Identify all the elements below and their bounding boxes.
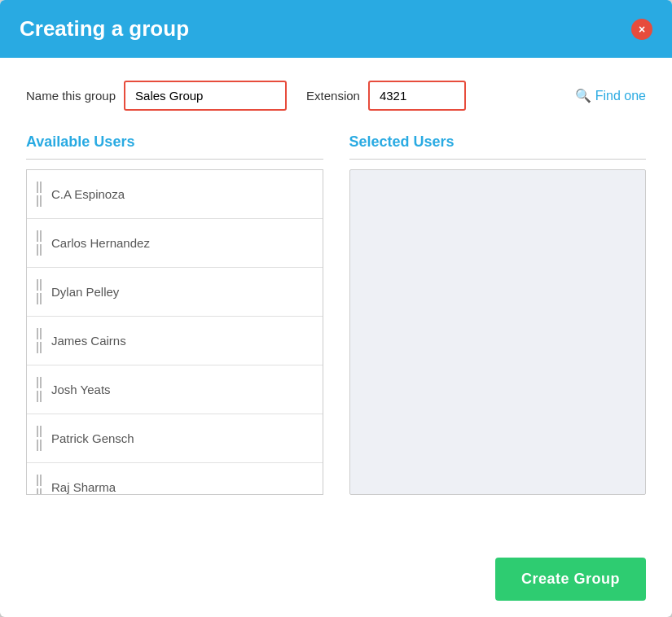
name-input[interactable] <box>124 81 287 111</box>
user-name: Carlos Hernandez <box>51 236 150 250</box>
find-one-label: Find one <box>595 89 646 103</box>
drag-handle <box>37 426 42 451</box>
available-users-column: Available Users C.A Espinoza <box>26 133 323 519</box>
list-item[interactable]: Carlos Hernandez <box>27 219 323 268</box>
drag-handle <box>37 182 42 207</box>
columns-row: Available Users C.A Espinoza <box>26 133 646 519</box>
drag-handle <box>37 328 42 353</box>
modal-header: Creating a group × <box>0 0 672 58</box>
modal-body: Name this group Extension 🔍 Find one Ava… <box>0 58 672 541</box>
selected-users-divider <box>349 159 647 160</box>
drag-handle <box>37 279 42 304</box>
user-name: C.A Espinoza <box>51 187 125 201</box>
list-item[interactable]: Patrick Gensch <box>27 414 323 463</box>
name-group: Name this group <box>26 81 287 111</box>
list-item[interactable]: Dylan Pelley <box>27 268 323 317</box>
user-name: James Cairns <box>51 334 126 348</box>
available-users-divider <box>26 159 323 160</box>
list-item[interactable]: C.A Espinoza <box>27 170 323 219</box>
list-item[interactable]: James Cairns <box>27 317 323 365</box>
user-name: Dylan Pelley <box>51 285 119 299</box>
extension-group: Extension <box>306 81 466 111</box>
create-group-button[interactable]: Create Group <box>495 558 646 601</box>
selected-users-column: Selected Users <box>349 133 647 519</box>
name-label: Name this group <box>26 89 116 103</box>
list-item[interactable]: Josh Yeats <box>27 365 323 414</box>
selected-users-area[interactable] <box>349 169 647 495</box>
drag-handle <box>37 475 42 495</box>
modal-footer: Create Group <box>0 541 672 617</box>
find-one-button[interactable]: 🔍 Find one <box>575 88 646 103</box>
drag-handle <box>37 230 42 256</box>
user-name: Patrick Gensch <box>51 431 134 445</box>
form-row: Name this group Extension 🔍 Find one <box>26 81 646 111</box>
search-icon: 🔍 <box>575 88 591 103</box>
list-item[interactable]: Raj Sharma <box>27 463 323 495</box>
available-users-list[interactable]: C.A Espinoza Carlos Hernandez <box>26 169 323 495</box>
selected-users-header: Selected Users <box>349 133 647 151</box>
close-button[interactable]: × <box>631 19 652 40</box>
user-name: Raj Sharma <box>51 480 116 494</box>
extension-label: Extension <box>306 89 360 103</box>
drag-handle <box>37 377 42 402</box>
available-users-header: Available Users <box>26 133 323 151</box>
modal-title: Creating a group <box>20 16 189 42</box>
user-name: Josh Yeats <box>51 383 111 396</box>
create-group-modal: Creating a group × Name this group Exten… <box>0 0 672 617</box>
extension-input[interactable] <box>368 81 466 111</box>
